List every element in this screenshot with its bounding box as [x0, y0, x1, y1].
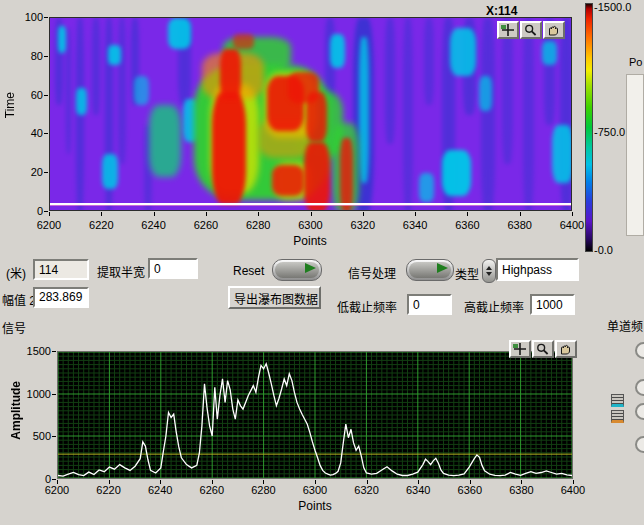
front-panel: Time X:114 62006220624062606280630063206…: [0, 0, 644, 525]
high-cutoff-input[interactable]: [530, 294, 575, 315]
amplitude2-label: 幅值 2: [2, 291, 36, 308]
cursor-line[interactable]: [50, 203, 571, 205]
axis-tick-label: 6300: [291, 219, 331, 231]
heatmap-blob: [542, 41, 558, 64]
clipped-dial: [635, 403, 644, 420]
axis-tick-label: 6260: [192, 484, 232, 496]
heatmap-blob: [552, 125, 572, 183]
amplitude2-value: 283.869: [33, 287, 89, 308]
axis-tick-label: 500: [15, 430, 51, 442]
axis-tick-label: 0: [7, 205, 43, 217]
axis-tick-mark: [52, 351, 56, 352]
signal-processing-label: 信号处理: [348, 264, 396, 281]
filter-type-combo[interactable]: Highpass: [496, 258, 579, 281]
clipped-dial: [635, 379, 644, 396]
spinner-up-icon[interactable]: [486, 266, 492, 270]
axis-tick-mark: [154, 212, 155, 216]
heatmap-blob: [58, 26, 66, 53]
hand-icon[interactable]: [555, 340, 577, 358]
axis-tick-label: 6400: [553, 484, 593, 496]
heatmap-blob: [102, 154, 118, 189]
color-scale-max-label: -1500.0: [594, 1, 631, 13]
color-scale-ramp[interactable]: [585, 3, 593, 252]
heatmap-blob: [76, 88, 86, 115]
low-cutoff-input[interactable]: [407, 294, 452, 315]
axis-tick-mark: [44, 172, 48, 173]
spinner-down-icon[interactable]: [486, 272, 492, 276]
heatmap-blob: [359, 37, 369, 183]
axis-tick-label: 80: [7, 50, 43, 62]
crosshair-icon[interactable]: [509, 340, 531, 358]
green-arrow-icon: [437, 263, 448, 273]
heatmap-blob: [419, 173, 435, 202]
clipped-right-widget: [626, 74, 644, 236]
rotated-axis-label-icon: [611, 410, 624, 423]
heatmap-blob: [66, 28, 71, 154]
axis-tick-mark: [44, 56, 48, 57]
cursor-readout: X:114: [486, 4, 517, 18]
type-spinner[interactable]: [482, 259, 496, 283]
crosshair-icon[interactable]: [497, 21, 519, 39]
axis-tick-label: 6320: [343, 219, 383, 231]
axis-tick-label: 60: [7, 89, 43, 101]
axis-tick-label: 1000: [15, 388, 51, 400]
heatmap-blob: [108, 45, 121, 64]
axis-tick-label: 6260: [186, 219, 226, 231]
meter-label: (米): [6, 264, 26, 281]
heatmap-blob: [523, 18, 533, 211]
signal-chart-title: 信号: [2, 319, 26, 336]
axis-tick-mark: [520, 212, 521, 216]
color-scale-mid-label: -750.0: [594, 126, 625, 138]
heatmap-blob: [134, 76, 150, 105]
color-scale-min-label: -0.0: [594, 244, 613, 256]
axis-tick-label: 6360: [450, 484, 490, 496]
high-cutoff-label: 高截止频率: [464, 298, 524, 315]
heatmap-blob: [212, 92, 246, 205]
axis-tick-mark: [101, 212, 102, 216]
bottom-graph-palette: [509, 340, 577, 358]
heatmap-blob: [288, 72, 319, 103]
heatmap-blob: [385, 18, 395, 144]
type-label: 类型: [455, 265, 479, 282]
heatmap-blob: [340, 138, 353, 211]
heatmap-blob: [118, 18, 126, 164]
axis-tick-label: 6280: [243, 484, 283, 496]
clipped-right-panel-label: Po: [629, 56, 642, 68]
axis-tick-mark: [52, 436, 56, 437]
axis-tick-label: 6340: [395, 219, 435, 231]
heatmap-blob: [149, 105, 180, 177]
heatmap-blob: [403, 18, 413, 211]
axis-tick-label: 100: [7, 11, 43, 23]
reset-toggle-button[interactable]: [272, 259, 322, 281]
axis-tick-label: 6220: [81, 219, 121, 231]
zoom-icon[interactable]: [532, 340, 554, 358]
axis-tick-label: 6200: [29, 219, 69, 231]
half-width-input[interactable]: [148, 258, 198, 279]
axis-tick-mark: [44, 95, 48, 96]
axis-tick-label: 6380: [501, 484, 541, 496]
signal-processing-toggle[interactable]: [406, 259, 454, 281]
axis-tick-label: 6240: [140, 484, 180, 496]
intensity-graph[interactable]: [49, 17, 572, 211]
bottom-chart-x-axis-label: Points: [265, 499, 365, 513]
axis-tick-label: 6240: [134, 219, 174, 231]
heatmap-blob: [502, 18, 512, 164]
green-arrow-icon: [305, 263, 316, 273]
axis-tick-label: 6320: [347, 484, 387, 496]
axis-tick-label: 6220: [89, 484, 129, 496]
export-waterfall-button[interactable]: 导出瀑布图数据: [228, 286, 321, 309]
axis-tick-mark: [49, 212, 50, 216]
heatmap-blob: [233, 34, 254, 50]
heatmap-blob: [272, 165, 303, 196]
zoom-icon[interactable]: [520, 21, 542, 39]
heatmap-blob: [479, 76, 492, 111]
axis-tick-mark: [363, 212, 364, 216]
meter-input[interactable]: [33, 259, 89, 280]
axis-tick-mark: [311, 212, 312, 216]
heatmap-blob: [330, 34, 346, 69]
hand-icon[interactable]: [543, 21, 565, 39]
heatmap-blob: [450, 28, 476, 77]
clipped-dial: [635, 342, 644, 359]
signal-waveform-graph[interactable]: [57, 351, 573, 479]
axis-tick-mark: [44, 17, 48, 18]
